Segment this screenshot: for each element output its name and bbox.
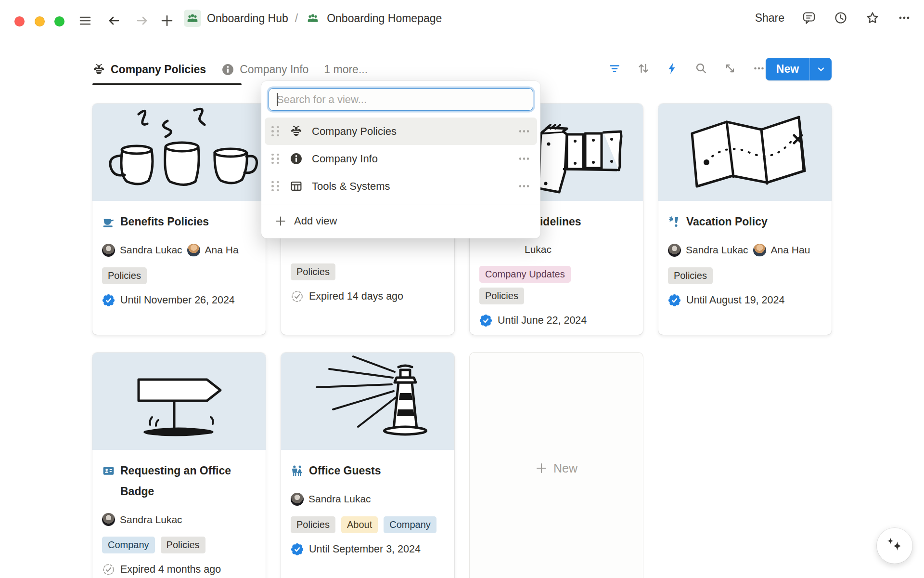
status-row: Until September 3, 2024 (291, 543, 445, 556)
drag-handle-icon[interactable] (271, 181, 279, 192)
minimize-button[interactable] (35, 16, 45, 26)
expired-check-icon (102, 563, 115, 576)
owner-row: Sandra Lukac (291, 493, 452, 506)
new-tab-plus-icon[interactable] (160, 13, 174, 28)
tab-company-info[interactable]: Company Info (221, 63, 308, 76)
view-option-tools-systems[interactable]: Tools & Systems (265, 172, 537, 200)
breadcrumb-item[interactable]: Onboarding Hub (207, 12, 288, 25)
card-cover (92, 353, 266, 450)
avatar (102, 244, 115, 257)
people-group-icon (305, 10, 321, 26)
card-title: Vacation Policy (668, 211, 822, 232)
coffee-cup-icon (102, 215, 115, 228)
card-cover (92, 104, 266, 201)
share-button[interactable]: Share (755, 12, 784, 25)
status-row: Expired 14 days ago (291, 290, 445, 303)
zoom-button[interactable] (54, 16, 64, 26)
sort-icon[interactable] (637, 62, 650, 75)
avatar (102, 513, 115, 526)
gallery-card-benefits-policies[interactable]: Benefits Policies Sandra Lukac Ana Ha Po… (92, 104, 266, 335)
signpost-illustration (92, 353, 266, 450)
search-icon[interactable] (694, 62, 708, 75)
owner-row: Sandra Lukac Ana Hau (668, 244, 830, 257)
info-circle-icon (288, 152, 304, 165)
table-icon (288, 180, 304, 193)
chevron-down-icon[interactable] (810, 58, 832, 80)
tag: Policies (102, 267, 147, 284)
verified-badge-icon (479, 314, 492, 327)
tag: Policies (668, 267, 713, 284)
drag-handle-icon[interactable] (271, 126, 279, 137)
owner-row: Sandra Lukac (102, 513, 264, 526)
card-cover (281, 353, 454, 450)
automation-bolt-icon[interactable] (666, 62, 679, 75)
filter-icon[interactable] (608, 62, 621, 75)
tag: Company (102, 537, 155, 553)
add-view-button[interactable]: Add view (265, 209, 537, 234)
gallery-card-vacation-policy[interactable]: Vacation Policy Sandra Lukac Ana Hau Pol… (658, 104, 832, 335)
id-badge-icon (102, 464, 115, 477)
people-group-icon (184, 10, 201, 27)
lighthouse-illustration (281, 353, 454, 450)
owner-row: Sandra Lukac Ana Ha (102, 244, 264, 257)
breadcrumb-separator: / (295, 12, 298, 25)
more-options-icon[interactable] (897, 11, 911, 25)
sparkles-icon (884, 535, 905, 556)
gallery-card-office-badge[interactable]: Requesting an Office Badge Sandra Lukac … (92, 353, 266, 578)
drag-handle-icon[interactable] (271, 154, 279, 164)
gallery-card-office-guests[interactable]: Office Guests Sandra Lukac Policies Abou… (281, 353, 454, 578)
status-row: Until June 22, 2024 (479, 314, 633, 327)
expired-check-icon (291, 290, 304, 303)
view-search-input[interactable] (269, 88, 533, 111)
forward-arrow-icon[interactable] (135, 13, 149, 28)
coffee-mugs-illustration (92, 104, 266, 201)
view-search-dropdown: Company Policies Company Info Tools & Sy… (261, 81, 540, 238)
breadcrumb: Onboarding Hub / Onboarding Homepage (184, 9, 442, 28)
tab-company-policies[interactable]: Company Policies (92, 63, 206, 76)
breadcrumb-item-current[interactable]: Onboarding Homepage (327, 12, 442, 25)
verified-badge-icon (102, 294, 115, 307)
tag: Policies (291, 516, 335, 533)
card-title: Office Guests (291, 460, 445, 481)
card-title: Benefits Policies (102, 211, 256, 232)
close-button[interactable] (14, 16, 25, 26)
ai-assistant-button[interactable] (877, 528, 912, 564)
back-arrow-icon[interactable] (107, 13, 121, 28)
verified-badge-icon (668, 294, 681, 307)
view-more-icon[interactable] (752, 62, 766, 75)
sun-alert-icon (668, 215, 681, 228)
verified-badge-icon (291, 543, 304, 556)
view-options-menu-icon[interactable] (519, 185, 529, 187)
text-caret (277, 93, 278, 106)
tag: Company Updates (479, 266, 571, 283)
status-row: Until November 26, 2024 (102, 294, 256, 307)
tag: Policies (161, 537, 205, 553)
avatar (753, 244, 766, 257)
tag: Policies (291, 263, 335, 280)
status-row: Expired 4 months ago (102, 563, 256, 576)
card-title: Requesting an Office Badge (102, 460, 256, 501)
expand-view-icon[interactable] (723, 62, 737, 75)
comments-icon[interactable] (802, 11, 816, 25)
history-clock-icon[interactable] (834, 11, 848, 25)
status-row: Until August 19, 2024 (668, 294, 822, 307)
folded-map-illustration (658, 104, 832, 201)
avatar (187, 244, 200, 257)
tag: Policies (479, 288, 524, 304)
active-tab-underline (92, 83, 242, 85)
avatar (668, 244, 681, 257)
view-options-menu-icon[interactable] (519, 130, 529, 132)
sidebar-menu-icon[interactable] (78, 13, 92, 28)
window-topbar: Onboarding Hub / Onboarding Homepage Sha… (0, 0, 924, 35)
new-button[interactable]: New (766, 58, 832, 80)
owner-row: Lukac (479, 244, 641, 255)
bee-icon (288, 125, 304, 138)
view-option-company-info[interactable]: Company Info (265, 145, 537, 172)
bee-icon (92, 63, 105, 76)
tag: About (341, 516, 378, 533)
favorite-star-icon[interactable] (865, 11, 880, 25)
view-options-menu-icon[interactable] (519, 158, 529, 160)
new-card-placeholder[interactable]: New (470, 353, 643, 578)
view-option-company-policies[interactable]: Company Policies (265, 118, 537, 145)
more-views-button[interactable]: 1 more... (324, 63, 368, 76)
